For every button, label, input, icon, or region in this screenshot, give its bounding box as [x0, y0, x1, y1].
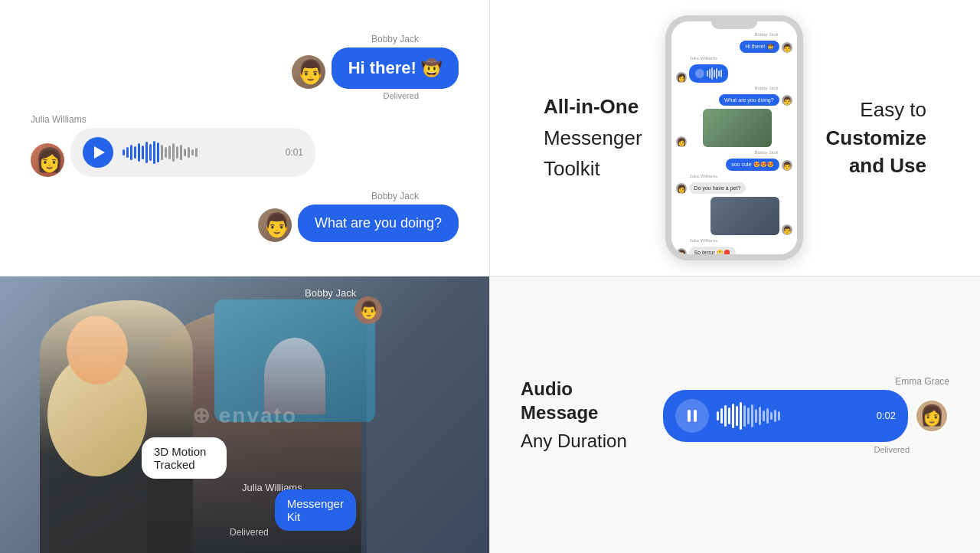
bl-bubble-kit: Messenger Kit	[275, 489, 356, 531]
br-main-content: Audio Message Any Duration Emma Grace	[521, 376, 949, 454]
wave-bar	[188, 147, 190, 158]
quadrant-bottom-left: ⊕ envato Bobby Jack 👨 👨 Bobby Jack 3D Mo…	[0, 276, 490, 553]
wave-bar	[142, 146, 144, 159]
wave-bar	[138, 143, 140, 162]
br-delivered-status: Delivered	[874, 445, 949, 454]
pause-button[interactable]	[675, 399, 709, 433]
phone-msg-7: 👨	[676, 197, 792, 235]
chat-container: Bobby Jack Hi there! 🤠 Delivered Julia W…	[31, 34, 459, 242]
br-avatar-emma: 👩	[914, 398, 949, 434]
br-audio-section: Emma Grace	[663, 376, 949, 454]
all-in-one-label: All-in-One	[544, 93, 642, 120]
easy-to-label: Easy to	[826, 96, 926, 123]
wave-bar	[168, 146, 171, 159]
phone-msg-4: 👩	[676, 109, 792, 147]
phone-msg-8: 👩 So terror 😬🔴	[676, 247, 792, 254]
phone-msg-1: 👨 Hi there! 🤠	[676, 41, 792, 53]
wave-bar	[176, 146, 178, 159]
avatar-bobby-2	[258, 208, 292, 242]
wave-bar	[191, 149, 194, 155]
wave-bar	[149, 144, 152, 161]
message-row-1: Bobby Jack Hi there! 🤠 Delivered	[31, 34, 459, 100]
wave-bar	[130, 145, 132, 160]
message-row-3: Bobby Jack What are you doing?	[31, 191, 459, 242]
wave-bar	[157, 142, 159, 162]
phone-msg-3: 👨 What are you doing?	[676, 94, 792, 106]
pause-icon	[688, 410, 697, 422]
waveform-1	[122, 141, 276, 164]
phone-mockup: Bobby Jack 👨 Hi there! 🤠 Julia Williams …	[665, 15, 803, 260]
bubble-row-3: What are you doing?	[31, 205, 459, 242]
br-sender-emma: Emma Grace	[895, 376, 949, 387]
avatar-bobby-1	[292, 55, 325, 89]
customize-label: Customize	[826, 124, 926, 152]
wave-bar	[195, 148, 198, 157]
audio-bubble-1: 0:01	[70, 128, 315, 177]
play-button-1[interactable]	[83, 137, 113, 168]
avatar-julia-1	[31, 143, 64, 177]
toolkit-label: Toolkit	[544, 155, 642, 182]
phone-msg-5: 👨 soo cute 😍😍😍	[676, 159, 792, 171]
br-feature-text: Audio Message Any Duration	[521, 377, 640, 453]
audio-duration-1: 0:01	[286, 147, 303, 158]
wave-bar	[153, 141, 155, 164]
bl-avatar-area: 👨	[354, 296, 382, 324]
message-row-2: Julia Williams	[31, 114, 459, 177]
and-use-label: and Use	[826, 152, 926, 179]
wave-bar	[180, 145, 182, 160]
quadrant-top-right: All-in-One Messenger Toolkit Bobby Jack …	[490, 0, 980, 276]
wave-bar	[134, 146, 136, 159]
bubble-what-are-you: What are you doing?	[298, 205, 459, 242]
any-duration-label: Any Duration	[521, 429, 627, 453]
bl-bubble-motion: 3D Motion Tracked	[142, 437, 227, 479]
phone-notch	[711, 21, 757, 29]
wave-bar	[126, 147, 129, 158]
wave-bar	[122, 149, 125, 155]
br-duration: 0:02	[877, 410, 896, 421]
phone-msg-6: 👩 Do you have a pet?	[676, 182, 792, 194]
wave-bar	[161, 145, 163, 160]
bubble-row-2: 0:01	[31, 128, 459, 177]
quadrant-bottom-right: Audio Message Any Duration Emma Grace	[490, 276, 980, 553]
bubble-row-1: Hi there! 🤠	[31, 47, 459, 89]
wave-bar	[145, 142, 148, 163]
face	[67, 316, 128, 384]
audio-message-label: Audio Message	[521, 377, 640, 424]
bl-bubble-area-1: 👨 Bobby Jack 3D Motion Tracked	[142, 437, 227, 465]
wave-bar	[172, 143, 175, 162]
br-audio-bubble: 0:02	[663, 390, 908, 442]
bl-bubble-area-2: Julia Williams Messenger Kit 👩 Delivered	[230, 482, 302, 538]
sender-bobby-2: Bobby Jack	[31, 191, 459, 201]
status-delivered-1: Delivered	[31, 91, 459, 100]
wave-bar	[184, 149, 186, 156]
sender-julia-1: Julia Williams	[31, 114, 459, 125]
wave-bar	[165, 147, 167, 158]
phone-screen: Bobby Jack 👨 Hi there! 🤠 Julia Williams …	[671, 21, 797, 254]
tr-right-text-block: Easy to Customize and Use	[826, 96, 926, 179]
bubble-hi-there: Hi there! 🤠	[332, 47, 459, 89]
bl-avatar-bobby: 👨	[354, 296, 382, 324]
br-waveform	[717, 402, 869, 430]
sender-bobby-1: Bobby Jack	[31, 34, 459, 44]
tr-left-text-block: All-in-One Messenger Toolkit	[544, 93, 642, 182]
messenger-label: Messenger	[544, 124, 642, 152]
quadrant-top-left: Bobby Jack Hi there! 🤠 Delivered Julia W…	[0, 0, 490, 276]
phone-msg-2: 👩	[676, 64, 792, 83]
